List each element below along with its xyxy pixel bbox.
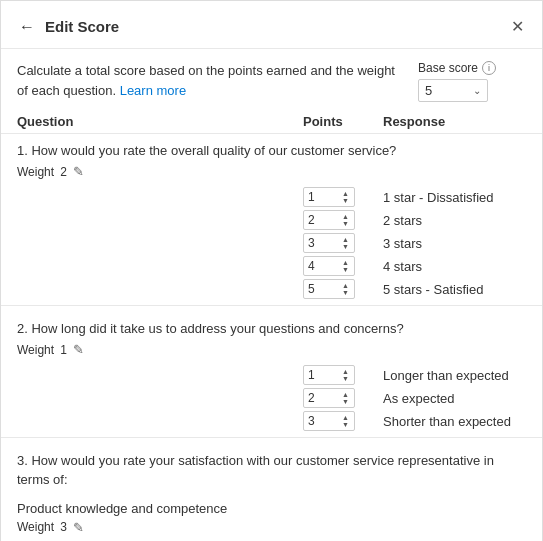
weight-value-1: 2 (60, 165, 67, 179)
points-input-1-2[interactable]: 2 ▲ ▼ (303, 210, 355, 230)
learn-more-link[interactable]: Learn more (120, 83, 186, 98)
weight-row-3-1: Weight 3 ✎ (17, 520, 528, 535)
spin-up[interactable]: ▲ (341, 259, 350, 266)
top-section: Calculate a total score based on the poi… (1, 49, 543, 110)
column-question: Question (17, 114, 303, 129)
spin-up[interactable]: ▲ (341, 368, 350, 375)
response-1-4: 4 stars (383, 259, 528, 274)
response-1-2: 2 stars (383, 213, 528, 228)
table-row: 4 ▲ ▼ 4 stars (17, 256, 528, 276)
table-row: 1 ▲ ▼ 1 star - Dissatisfied (17, 187, 528, 207)
weight-row-1: Weight 2 ✎ (17, 164, 528, 179)
spin-up[interactable]: ▲ (341, 282, 350, 289)
response-2-1: Longer than expected (383, 368, 528, 383)
points-input-1-3[interactable]: 3 ▲ ▼ (303, 233, 355, 253)
base-score-dropdown[interactable]: 5 ⌄ (418, 79, 488, 102)
column-response: Response (383, 114, 528, 129)
score-rows-2: 1 ▲ ▼ Longer than expected 2 ▲ (1, 365, 543, 431)
spin-down[interactable]: ▼ (341, 220, 350, 227)
question-text-3: 3. How would you rate your satisfaction … (17, 452, 528, 488)
response-2-2: As expected (383, 391, 528, 406)
spin-down[interactable]: ▼ (341, 421, 350, 428)
response-2-3: Shorter than expected (383, 414, 528, 429)
table-header: Question Points Response (1, 110, 543, 134)
base-score-section: Base score i 5 ⌄ (418, 61, 528, 102)
spin-up[interactable]: ▲ (341, 236, 350, 243)
edit-weight-icon-3-1[interactable]: ✎ (73, 520, 84, 535)
table-row: 5 ▲ ▼ 5 stars - Satisfied (17, 279, 528, 299)
score-rows-1: 1 ▲ ▼ 1 star - Dissatisfied 2 ▲ (1, 187, 543, 299)
question-text-2: 2. How long did it take us to address yo… (17, 320, 528, 338)
questions-content: 1. How would you rate the overall qualit… (1, 134, 543, 541)
edit-weight-icon-1[interactable]: ✎ (73, 164, 84, 179)
spin-up[interactable]: ▲ (341, 190, 350, 197)
points-input-2-3[interactable]: 3 ▲ ▼ (303, 411, 355, 431)
response-1-5: 5 stars - Satisfied (383, 282, 528, 297)
description-text: Calculate a total score based on the poi… (17, 61, 402, 100)
divider-1 (1, 305, 543, 306)
points-input-2-2[interactable]: 2 ▲ ▼ (303, 388, 355, 408)
response-1-3: 3 stars (383, 236, 528, 251)
question-block-2: 2. How long did it take us to address yo… (1, 312, 543, 365)
column-points: Points (303, 114, 383, 129)
edit-score-dialog: ← Edit Score ✕ Calculate a total score b… (1, 1, 543, 541)
edit-weight-icon-2[interactable]: ✎ (73, 342, 84, 357)
weight-value-3-1: 3 (60, 520, 67, 534)
back-button[interactable]: ← (17, 16, 37, 38)
spin-down[interactable]: ▼ (341, 375, 350, 382)
spin-down[interactable]: ▼ (341, 289, 350, 296)
spin-up[interactable]: ▲ (341, 213, 350, 220)
weight-value-2: 1 (60, 343, 67, 357)
table-row: 1 ▲ ▼ Longer than expected (17, 365, 528, 385)
description-body: Calculate a total score based on the poi… (17, 63, 395, 98)
table-row: 2 ▲ ▼ 2 stars (17, 210, 528, 230)
chevron-down-icon: ⌄ (473, 85, 481, 96)
base-score-info-icon[interactable]: i (482, 61, 496, 75)
weight-label-3-1: Weight (17, 520, 54, 534)
weight-row-2: Weight 1 ✎ (17, 342, 528, 357)
points-input-2-1[interactable]: 1 ▲ ▼ (303, 365, 355, 385)
base-score-label: Base score i (418, 61, 496, 75)
question-text-1: 1. How would you rate the overall qualit… (17, 142, 528, 160)
spin-down[interactable]: ▼ (341, 266, 350, 273)
close-button[interactable]: ✕ (507, 15, 528, 38)
question-block-3: 3. How would you rate your satisfaction … (1, 444, 543, 496)
sub-question-weight-block-1: Weight 3 ✎ (1, 518, 543, 541)
spin-up[interactable]: ▲ (341, 414, 350, 421)
points-input-1-5[interactable]: 5 ▲ ▼ (303, 279, 355, 299)
table-row: 3 ▲ ▼ Shorter than expected (17, 411, 528, 431)
table-row: 2 ▲ ▼ As expected (17, 388, 528, 408)
response-1-1: 1 star - Dissatisfied (383, 190, 528, 205)
spin-up[interactable]: ▲ (341, 391, 350, 398)
weight-label-2: Weight (17, 343, 54, 357)
spin-down[interactable]: ▼ (341, 243, 350, 250)
weight-label-1: Weight (17, 165, 54, 179)
dialog-title: Edit Score (45, 18, 499, 35)
points-input-1-4[interactable]: 4 ▲ ▼ (303, 256, 355, 276)
question-block-1: 1. How would you rate the overall qualit… (1, 134, 543, 187)
table-row: 3 ▲ ▼ 3 stars (17, 233, 528, 253)
dialog-header: ← Edit Score ✕ (1, 1, 543, 49)
points-input-1-1[interactable]: 1 ▲ ▼ (303, 187, 355, 207)
spin-down[interactable]: ▼ (341, 398, 350, 405)
divider-2 (1, 437, 543, 438)
spin-down[interactable]: ▼ (341, 197, 350, 204)
sub-question-label-1: Product knowledge and competence (1, 497, 543, 516)
base-score-value: 5 (425, 83, 432, 98)
